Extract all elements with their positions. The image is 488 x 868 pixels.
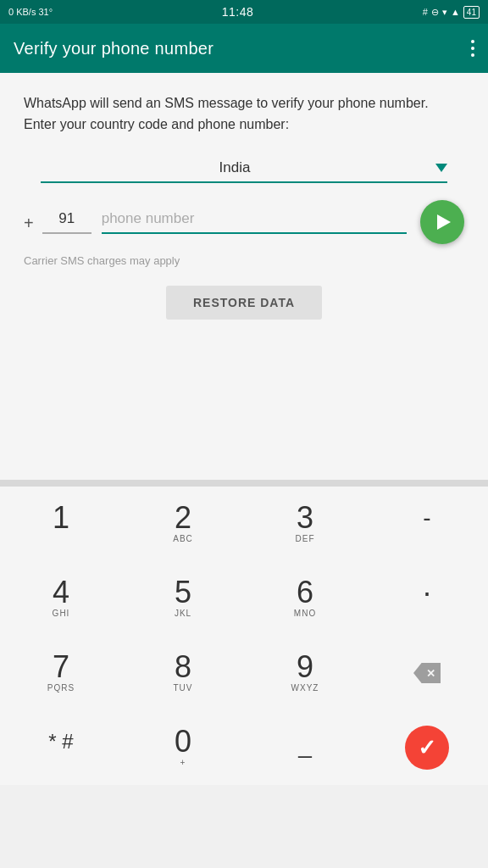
section-divider xyxy=(0,480,488,487)
country-name: India xyxy=(41,159,429,176)
key-9[interactable]: 9 WXYZ xyxy=(244,636,366,710)
more-options-button[interactable] xyxy=(471,40,474,57)
key-dash[interactable]: - xyxy=(366,487,488,561)
signal-icon: ▲ xyxy=(451,7,460,17)
sms-notice-text: Carrier SMS charges may apply xyxy=(24,254,464,267)
key-5[interactable]: 5 JKL xyxy=(122,561,244,636)
key-2[interactable]: 2 ABC xyxy=(122,487,244,561)
backspace-button[interactable]: ✕ xyxy=(366,636,488,710)
hashtag-icon: # xyxy=(423,7,428,17)
status-time: 11:48 xyxy=(222,5,254,19)
key-0[interactable]: 0 + xyxy=(122,710,244,785)
battery-icon: 41 xyxy=(463,6,480,19)
key-checkmark[interactable]: ✓ xyxy=(366,710,488,785)
app-bar: Verify your phone number xyxy=(0,24,488,73)
status-bar: 0 KB/s 31° 11:48 # ⊖ ▾ ▲ 41 xyxy=(0,0,488,24)
backspace-icon: ✕ xyxy=(413,663,441,683)
wifi-icon: ▾ xyxy=(442,7,447,18)
phone-number-input[interactable] xyxy=(102,210,407,227)
key-dot[interactable]: · xyxy=(366,561,488,636)
network-speed: 0 KB/s 31° xyxy=(8,7,53,17)
key-6[interactable]: 6 MNO xyxy=(244,561,366,636)
key-7[interactable]: 7 PQRS xyxy=(0,636,122,710)
status-right: # ⊖ ▾ ▲ 41 xyxy=(423,6,480,19)
main-content: WhatsApp will send an SMS message to ver… xyxy=(0,73,488,480)
description-text: WhatsApp will send an SMS message to ver… xyxy=(24,93,464,136)
country-selector[interactable]: India xyxy=(41,159,447,183)
key-star-hash[interactable]: * # xyxy=(0,710,122,785)
arrow-right-icon xyxy=(437,214,451,230)
restore-data-button[interactable]: RESTORE DATA xyxy=(166,286,322,320)
phone-input-wrapper xyxy=(102,210,407,234)
plus-sign: + xyxy=(24,214,34,233)
checkmark-icon: ✓ xyxy=(405,726,449,770)
keypad: 1 2 ABC 3 DEF - 4 GHI 5 JKL 6 MNO · xyxy=(0,487,488,785)
chevron-down-icon xyxy=(435,164,447,172)
phone-number-row: + 91 xyxy=(24,200,464,244)
status-left: 0 KB/s 31° xyxy=(8,7,53,17)
key-3[interactable]: 3 DEF xyxy=(244,487,366,561)
submit-button[interactable] xyxy=(420,200,464,244)
mute-icon: ⊖ xyxy=(431,7,439,18)
key-underscore[interactable]: _ xyxy=(244,710,366,785)
page-title: Verify your phone number xyxy=(14,39,214,58)
key-4[interactable]: 4 GHI xyxy=(0,561,122,636)
key-1[interactable]: 1 xyxy=(0,487,122,561)
country-code-field[interactable]: 91 xyxy=(42,210,92,234)
keypad-grid: 1 2 ABC 3 DEF - 4 GHI 5 JKL 6 MNO · xyxy=(0,487,488,785)
key-8[interactable]: 8 TUV xyxy=(122,636,244,710)
